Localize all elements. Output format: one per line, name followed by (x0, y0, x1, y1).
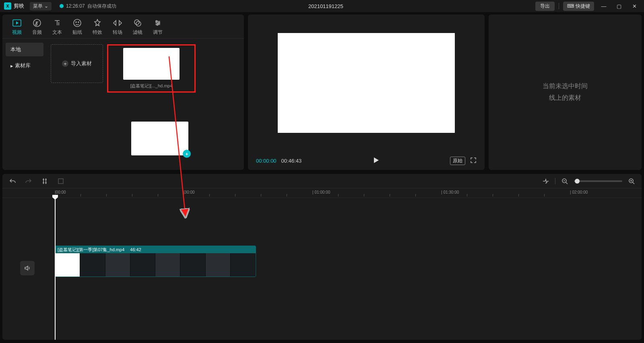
audio-icon (33, 19, 41, 27)
media-sidebar: 本地 ▸ 素材库 (2, 39, 47, 170)
ruler-mark: | 02:00:00 (570, 190, 588, 194)
adjust-icon (153, 19, 162, 27)
zoom-in-button[interactable] (627, 177, 636, 186)
timeline-panel: |00:00 |30:00 | 01:00:00 | 01:30:00 | 02… (2, 174, 642, 340)
timeline-toolbar (2, 174, 642, 188)
svg-point-5 (78, 22, 79, 23)
app-name: 剪映 (14, 2, 24, 10)
tab-transition[interactable]: 转场 (113, 19, 122, 36)
app-logo-icon: X (4, 2, 11, 10)
titlebar: X 剪映 菜单 ⌄ 12:26:07 自动保存成功 202101191225 导… (0, 0, 644, 12)
import-label: 导入素材 (71, 60, 92, 67)
save-dot-icon (60, 4, 64, 8)
playhead[interactable] (55, 198, 56, 340)
clip-filename: [盗墓笔记][..._hd.mp4 (130, 83, 172, 89)
upper-panels: 视频 音频 文本 贴纸 特效 转场 (0, 12, 644, 170)
dragging-clip-ghost[interactable]: + (131, 122, 188, 155)
crop-tool-button[interactable] (56, 177, 65, 186)
chevron-right-icon: ▸ (10, 63, 13, 69)
video-icon (12, 19, 21, 27)
ruler-mark: |30:00 (184, 190, 195, 194)
redo-button[interactable] (24, 177, 33, 186)
preview-controls: 00:00:00 00:46:43 原始 (248, 151, 485, 170)
timeline-gutter (2, 198, 55, 340)
snap-toggle[interactable] (541, 177, 550, 186)
fullscreen-button[interactable] (470, 157, 477, 165)
divider (559, 3, 559, 9)
clip-filename: [盗墓笔记][第一季]第07集_hd.mp4 (58, 247, 124, 253)
tab-audio[interactable]: 音频 (32, 19, 42, 36)
save-label: 自动保存成功 (87, 3, 116, 10)
sidebar-library[interactable]: ▸ 素材库 (6, 59, 43, 72)
clip-duration: 46:42 (130, 247, 141, 252)
timeline-clip-header: [盗墓笔记][第一季]第07集_hd.mp4 46:42 (55, 246, 256, 253)
tab-sticker[interactable]: 贴纸 (72, 19, 82, 36)
inspector-empty-state: 当前未选中时间 线上的素材 (489, 14, 642, 170)
inspector-panel: 当前未选中时间 线上的素材 (489, 14, 642, 170)
zoom-thumb[interactable] (575, 179, 580, 184)
svg-point-3 (74, 19, 81, 27)
chevron-down-icon: ⌄ (44, 3, 48, 9)
ruler-mark: | 01:30:00 (441, 190, 459, 194)
tab-text[interactable]: 文本 (52, 19, 62, 36)
timeline-body[interactable]: [盗墓笔记][第一季]第07集_hd.mp4 46:42 (2, 198, 642, 340)
autosave-status: 12:26:07 自动保存成功 (60, 3, 116, 10)
minimize-button[interactable]: — (598, 3, 609, 9)
transition-icon (113, 19, 122, 27)
svg-point-4 (76, 22, 76, 23)
tab-adjust[interactable]: 调节 (153, 19, 163, 36)
mute-track-button[interactable] (20, 261, 35, 275)
sticker-icon (73, 19, 82, 27)
blade-tool-button[interactable] (40, 177, 49, 186)
menu-label: 菜单 (33, 3, 43, 10)
import-media-button[interactable]: + 导入素材 (51, 44, 103, 83)
save-time: 12:26:07 (66, 3, 85, 9)
tab-video[interactable]: 视频 (12, 19, 22, 36)
sidebar-local[interactable]: 本地 (6, 43, 43, 56)
keyboard-icon: ⌨ (567, 3, 574, 9)
svg-marker-1 (16, 21, 19, 25)
clip-frames (55, 253, 256, 277)
zoom-slider[interactable] (574, 180, 622, 182)
divider (555, 178, 555, 184)
effect-icon (93, 19, 102, 27)
time-current: 00:00:00 (256, 158, 277, 164)
timeline-ruler[interactable]: |00:00 |30:00 | 01:00:00 | 01:30:00 | 02… (2, 188, 642, 198)
close-button[interactable]: ✕ (629, 3, 640, 9)
project-title: 202101191225 (116, 3, 535, 9)
tab-filter[interactable]: 滤镜 (133, 19, 142, 36)
shortcut-button[interactable]: ⌨ 快捷键 (563, 2, 594, 11)
preview-panel: 00:00:00 00:46:43 原始 (248, 14, 485, 170)
media-panel: 视频 音频 文本 贴纸 特效 转场 (2, 14, 244, 170)
play-button[interactable] (372, 157, 380, 165)
track-area[interactable]: [盗墓笔记][第一季]第07集_hd.mp4 46:42 (55, 198, 638, 340)
svg-rect-14 (58, 179, 63, 184)
ruler-mark: |00:00 (55, 190, 66, 194)
svg-marker-11 (374, 157, 379, 163)
aspect-ratio-button[interactable]: 原始 (450, 157, 465, 165)
tab-effect[interactable]: 特效 (93, 19, 102, 36)
zoom-out-button[interactable] (560, 177, 569, 186)
undo-button[interactable] (8, 177, 17, 186)
text-icon (53, 19, 62, 27)
maximize-button[interactable]: ▢ (613, 3, 625, 9)
media-clip-selected[interactable]: [盗墓笔记][..._hd.mp4 (107, 44, 196, 93)
ruler-mark: | 01:00:00 (312, 190, 330, 194)
shortcut-label: 快捷键 (576, 3, 590, 10)
media-grid: + 导入素材 [盗墓笔记][..._hd.mp4 + (47, 39, 244, 170)
timeline-clip[interactable]: [盗墓笔记][第一季]第07集_hd.mp4 46:42 (55, 246, 256, 277)
tool-tabs: 视频 音频 文本 贴纸 特效 转场 (2, 14, 244, 39)
time-duration: 00:46:43 (281, 158, 302, 164)
clip-thumbnail (123, 48, 180, 80)
export-button[interactable]: 导出 (535, 2, 555, 11)
preview-canvas[interactable] (278, 33, 455, 133)
preview-viewport (248, 14, 485, 151)
add-to-timeline-icon: + (183, 150, 191, 158)
plus-icon: + (62, 60, 68, 67)
menu-dropdown[interactable]: 菜单 ⌄ (30, 2, 52, 10)
filter-icon (133, 19, 142, 27)
